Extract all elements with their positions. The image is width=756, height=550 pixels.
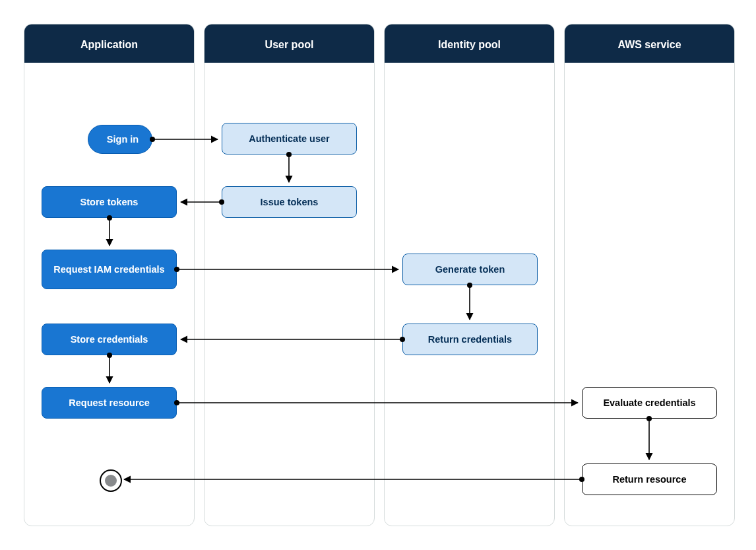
node-signin: Sign in (88, 125, 152, 154)
node-label: Return credentials (428, 333, 512, 345)
lane-header: Identity pool (385, 24, 554, 63)
node-evaluate-credentials: Evaluate credentials (582, 387, 717, 419)
node-label: Issue tokens (261, 196, 319, 208)
node-return-resource: Return resource (582, 464, 717, 495)
node-request-resource: Request resource (42, 387, 177, 419)
node-label: Store tokens (80, 196, 139, 208)
node-label: Request IAM credentials (53, 263, 164, 275)
node-store-tokens: Store tokens (42, 186, 177, 218)
node-issue-tokens: Issue tokens (222, 186, 357, 218)
node-store-credentials: Store credentials (42, 324, 177, 355)
node-authenticate-user: Authenticate user (222, 123, 357, 155)
node-label: Authenticate user (249, 133, 329, 145)
lane-aws-service: AWS service (564, 24, 735, 526)
node-generate-token: Generate token (402, 254, 538, 285)
node-label: Generate token (435, 263, 505, 275)
node-label: Return resource (612, 473, 686, 485)
node-label: Sign in (107, 133, 139, 145)
lane-user-pool: User pool (204, 24, 375, 526)
lane-header: User pool (205, 24, 374, 63)
lane-header: Application (24, 24, 194, 63)
node-label: Request resource (69, 397, 150, 409)
lane-header: AWS service (565, 24, 734, 63)
node-return-credentials: Return credentials (402, 324, 538, 355)
node-label: Store credentials (71, 333, 148, 345)
node-label: Evaluate credentials (603, 397, 695, 409)
end-node (100, 469, 122, 492)
swimlane-diagram: Application User pool Identity pool AWS … (24, 24, 732, 526)
node-request-iam: Request IAM credentials (42, 250, 177, 289)
